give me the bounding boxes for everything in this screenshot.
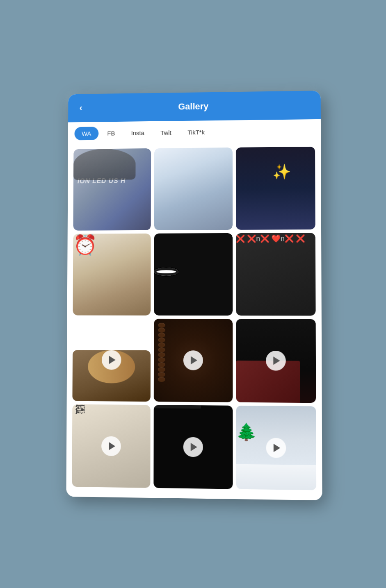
gallery-item-honey-video[interactable] xyxy=(72,319,151,402)
gallery-item-snow-girl[interactable] xyxy=(154,148,232,230)
gallery-item-shoes[interactable] xyxy=(73,148,151,230)
play-button-honey[interactable] xyxy=(101,350,121,370)
tab-twit[interactable]: Twit xyxy=(153,126,178,139)
tab-tiktok[interactable]: TikT*k xyxy=(180,125,212,139)
gallery-item-dark-video[interactable] xyxy=(153,405,233,489)
tab-wa[interactable]: WA xyxy=(74,127,98,140)
gallery-item-reading-video[interactable] xyxy=(236,319,316,403)
play-icon-dark xyxy=(190,443,197,451)
phone-container: ‹ Gallery WA FB Insta Twit TikT*k xyxy=(66,91,322,500)
play-button-quran[interactable] xyxy=(101,436,121,456)
play-icon-honey xyxy=(109,356,115,364)
gallery-grid xyxy=(66,143,322,501)
play-button-reading[interactable] xyxy=(266,351,286,371)
tabs-bar: WA FB Insta Twit TikT*k xyxy=(68,119,320,145)
gallery-item-tic-tac[interactable] xyxy=(236,232,315,316)
gallery-row-1 xyxy=(73,147,315,230)
back-button[interactable]: ‹ xyxy=(76,101,85,115)
gallery-item-quran-video[interactable] xyxy=(72,404,150,488)
gallery-row-2 xyxy=(73,232,315,316)
gallery-item-coffee-video[interactable] xyxy=(153,319,233,402)
play-icon-snow-scene xyxy=(273,443,280,452)
gallery-row-3 xyxy=(72,319,316,403)
play-icon-coffee xyxy=(190,356,197,364)
tab-fb[interactable]: FB xyxy=(100,126,122,140)
play-button-snow-scene[interactable] xyxy=(266,438,286,458)
page-title: Gallery xyxy=(178,101,208,112)
play-icon-quran xyxy=(108,442,115,450)
play-button-coffee[interactable] xyxy=(183,350,203,370)
gallery-row-4 xyxy=(72,404,316,490)
play-button-dark[interactable] xyxy=(183,437,203,457)
header: ‹ Gallery xyxy=(68,91,321,122)
gallery-item-sparkler[interactable] xyxy=(235,147,315,230)
gallery-item-dark-eyes[interactable] xyxy=(154,233,233,316)
tab-insta[interactable]: Insta xyxy=(123,126,151,140)
play-icon-reading xyxy=(273,356,279,365)
gallery-item-snow-scene-video[interactable] xyxy=(236,405,316,490)
gallery-item-clock[interactable] xyxy=(73,233,151,316)
